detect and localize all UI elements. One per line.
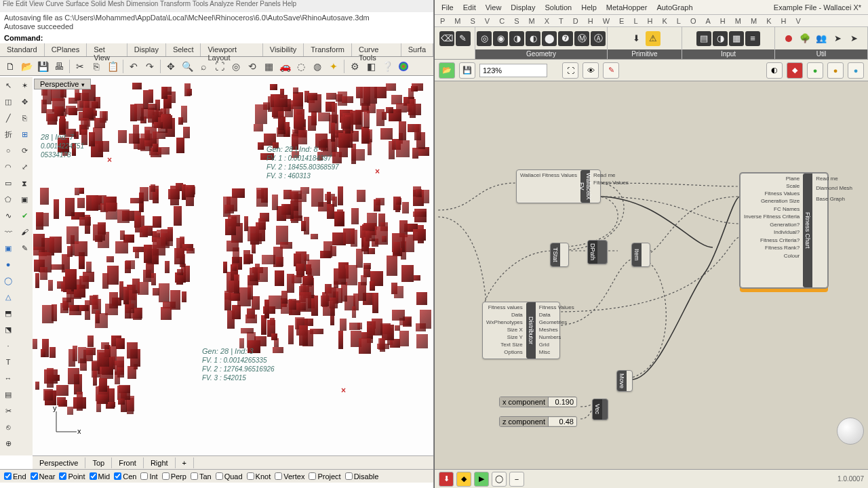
ghbtn-shade2[interactable]: ◆ <box>787 62 803 79</box>
gh-letter[interactable]: M <box>751 17 757 25</box>
tab-viewportlayout[interactable]: Viewport Layout <box>201 43 262 56</box>
ghbtn-fit[interactable]: ⛶ <box>562 62 578 79</box>
osnap-tan[interactable]: Tan <box>191 472 212 481</box>
gh-letter[interactable]: A <box>706 17 711 25</box>
gh-letter[interactable]: W <box>603 17 610 25</box>
gh-letter[interactable]: K <box>662 17 667 25</box>
menu-file[interactable]: File <box>441 3 454 12</box>
osnap-perp[interactable]: Perp <box>162 472 186 481</box>
comp-fitness-chart[interactable]: PlaneScaleFitness ValuesGeneration SizeF… <box>740 173 828 288</box>
gh-letter[interactable]: V <box>485 17 490 25</box>
mirror-icon[interactable]: ⧗ <box>17 176 32 190</box>
tab-display[interactable]: Display <box>127 43 166 56</box>
menu-view[interactable]: View <box>486 3 502 12</box>
gh-letter[interactable]: M <box>735 17 741 25</box>
open-file-icon[interactable]: 📂 <box>19 59 34 74</box>
comp-tstat[interactable]: TStat <box>550 243 569 267</box>
canvas-compass[interactable] <box>837 418 864 445</box>
ghbtn-shade5[interactable]: ● <box>848 62 864 79</box>
osnap-int[interactable]: Int <box>140 472 157 481</box>
cplane-icon[interactable]: ▦ <box>261 59 276 74</box>
split-icon[interactable]: ⎋ <box>1 420 16 434</box>
menu-help[interactable]: Help <box>581 3 597 12</box>
osnap-knot[interactable]: Knot <box>247 472 271 481</box>
ghbot-d[interactable]: ◯ <box>492 472 507 487</box>
osnap-disable[interactable]: Disable <box>345 472 379 481</box>
command-prompt[interactable]: Command: <box>0 33 433 43</box>
extrude-icon[interactable]: ⬒ <box>1 306 16 321</box>
cylinder-icon[interactable]: ◯ <box>1 273 16 288</box>
print-icon[interactable]: 🖶 <box>52 59 66 74</box>
zoom-extents-icon[interactable]: ⛶ <box>212 59 227 74</box>
lasso-icon[interactable]: ◫ <box>1 94 16 109</box>
ghbtn-preview[interactable]: 👁 <box>583 62 599 79</box>
ribicon-g[interactable]: Ⓜ <box>574 31 589 46</box>
menu-solution[interactable]: Solution <box>545 3 572 12</box>
polygon-icon[interactable]: ⬠ <box>1 192 16 207</box>
copy-icon[interactable]: ⎘ <box>89 59 104 74</box>
vtab-front[interactable]: Front <box>112 458 144 468</box>
ribicon-l[interactable]: ≡ <box>745 31 760 46</box>
gh-letter[interactable]: V <box>795 17 800 25</box>
comp-move[interactable]: Move <box>616 370 633 392</box>
tab-select[interactable]: Select <box>166 43 201 56</box>
gh-letter[interactable]: M <box>454 17 460 25</box>
gh-letter[interactable]: L <box>633 17 637 25</box>
ribicon-d[interactable]: ◐ <box>526 31 540 46</box>
ribicon-f[interactable]: ❼ <box>558 31 573 46</box>
ghbot-b[interactable]: ◆ <box>456 472 471 487</box>
slider-z[interactable]: z component0.48 <box>499 416 577 427</box>
osnap-quad[interactable]: Quad <box>216 472 243 481</box>
gh-letter[interactable]: O <box>690 17 696 25</box>
circle-icon[interactable]: ○ <box>1 143 16 158</box>
ribicon-arrow2[interactable]: ➤ <box>846 31 861 46</box>
gh-letter[interactable]: P <box>440 17 445 25</box>
tab-setview[interactable]: Set View <box>87 43 127 56</box>
paint-icon[interactable]: 🖌 <box>17 224 32 239</box>
pan-icon[interactable]: ✥ <box>163 59 178 74</box>
point-icon[interactable]: · <box>1 338 16 353</box>
gh-letter[interactable]: H <box>781 17 786 25</box>
explode-icon[interactable]: ✶ <box>17 78 32 93</box>
options-icon[interactable]: ⚙ <box>347 59 362 74</box>
ribicon-e[interactable]: ⬤ <box>542 31 557 46</box>
osnap-mid[interactable]: Mid <box>90 472 111 481</box>
move-icon[interactable]: ✥ <box>17 94 32 109</box>
tab-surfacetools[interactable]: Surfa <box>401 43 433 56</box>
gh-letter[interactable]: L <box>677 17 681 25</box>
ribicon-b[interactable]: ◉ <box>493 31 508 46</box>
zoom-icon[interactable]: 🔍 <box>180 59 195 74</box>
ribicon-j[interactable]: ◑ <box>713 31 728 46</box>
ghbtn-shade4[interactable]: ● <box>827 62 844 79</box>
vtab-perspective[interactable]: Perspective <box>33 458 85 468</box>
osnap-cen[interactable]: Cen <box>114 472 136 481</box>
gh-letter[interactable]: K <box>766 17 771 25</box>
gh-letter[interactable]: S <box>514 17 519 25</box>
tab-visibility[interactable]: Visibility <box>263 43 304 56</box>
viewport-label[interactable]: Perspective <box>34 79 91 89</box>
menu-autograph[interactable]: AutoGraph <box>656 3 692 12</box>
text-icon[interactable]: T <box>1 354 16 369</box>
dim-icon[interactable]: ↔ <box>1 371 16 386</box>
curve-icon[interactable]: ∿ <box>1 208 16 223</box>
help-icon[interactable]: ❔ <box>380 59 395 74</box>
zoom-selected-icon[interactable]: ◎ <box>229 59 243 74</box>
vtab-top[interactable]: Top <box>85 458 112 468</box>
rotate-view-icon[interactable]: ⟲ <box>245 59 260 74</box>
comp-dpath[interactable]: DPath <box>587 240 608 264</box>
interp-icon[interactable]: 〰 <box>1 224 16 239</box>
ribicon-tree[interactable]: 🌳 <box>797 31 812 46</box>
osnap-point[interactable]: Point <box>59 472 85 481</box>
comp-wallacei-fv[interactable]: Wallacei Fitness Values WallaceiX FV Rea… <box>516 169 601 203</box>
gh-letter[interactable]: C <box>499 17 505 25</box>
new-file-icon[interactable]: 🗋 <box>3 59 18 74</box>
array-icon[interactable]: ⊞ <box>17 127 32 142</box>
gh-letter[interactable]: H <box>648 17 653 25</box>
ghbtn-save[interactable]: 💾 <box>459 62 475 79</box>
arc-icon[interactable]: ◠ <box>1 159 16 174</box>
save-icon[interactable]: 💾 <box>35 59 50 74</box>
trim-icon[interactable]: ✂ <box>1 403 16 418</box>
ribicon-k[interactable]: ▦ <box>729 31 744 46</box>
rect-icon[interactable]: ▭ <box>1 176 16 190</box>
cut-icon[interactable]: ✂ <box>73 59 87 74</box>
